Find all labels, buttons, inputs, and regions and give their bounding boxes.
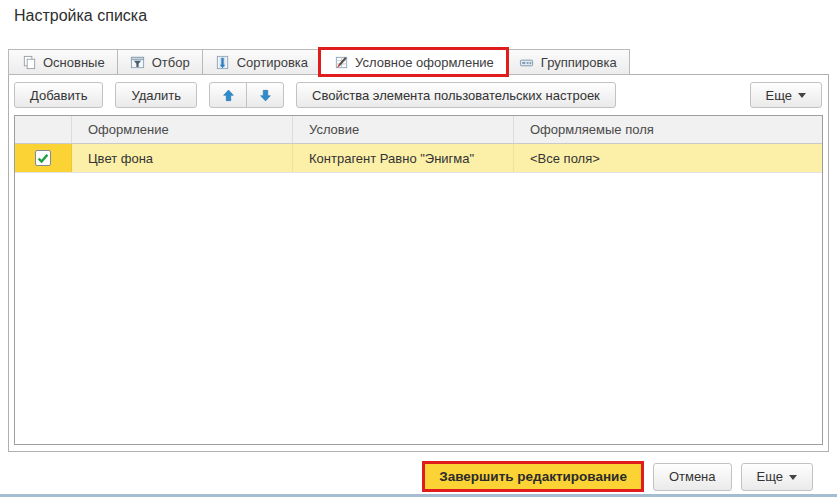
move-button-group — [209, 82, 284, 108]
move-up-button[interactable] — [209, 82, 247, 108]
document-icon — [21, 54, 37, 70]
filter-icon — [130, 54, 146, 70]
footer: Завершить редактирование Отмена Еще — [422, 461, 813, 492]
tab-grouping[interactable]: Группировка — [506, 49, 630, 75]
footer-more-button[interactable]: Еще — [741, 463, 813, 491]
tab-filter[interactable]: Отбор — [117, 49, 203, 75]
header-formatting: Оформление — [72, 116, 293, 143]
cancel-button[interactable]: Отмена — [653, 463, 732, 491]
add-button[interactable]: Добавить — [14, 82, 103, 108]
toolbar-more-button[interactable]: Еще — [750, 82, 822, 108]
delete-button[interactable]: Удалить — [115, 82, 197, 108]
finish-editing-button[interactable]: Завершить редактирование — [422, 461, 644, 492]
toolbar: Добавить Удалить Свойств — [14, 82, 822, 108]
cell-formatting: Цвет фона — [72, 144, 293, 172]
tab-conditional-formatting[interactable]: Условное оформление — [320, 49, 507, 76]
header-condition: Условие — [293, 116, 514, 143]
tab-main[interactable]: Основные — [8, 49, 118, 75]
grouping-icon — [519, 54, 535, 70]
checkbox-column-header — [15, 116, 72, 143]
list-settings-window: Настройка списка Основные Отбор — [0, 0, 837, 499]
row-checkbox[interactable] — [35, 150, 51, 166]
chevron-down-icon — [798, 93, 806, 102]
tab-label: Группировка — [541, 55, 617, 70]
row-checkbox-cell — [15, 144, 72, 172]
table-header: Оформление Условие Оформляемые поля — [15, 116, 822, 144]
formatting-table: Оформление Условие Оформляемые поля Цвет… — [14, 115, 823, 445]
cell-condition: Контрагент Равно "Энигма" — [293, 144, 514, 172]
check-icon — [36, 151, 50, 165]
tab-label: Условное оформление — [355, 55, 494, 70]
tab-label: Основные — [43, 55, 105, 70]
properties-button[interactable]: Свойства элемента пользовательских настр… — [296, 82, 616, 108]
tab-label: Сортировка — [237, 55, 308, 70]
bottom-window-edge — [0, 494, 837, 497]
tab-sorting[interactable]: Сортировка — [202, 49, 321, 75]
chevron-down-icon — [789, 475, 797, 484]
page-title: Настройка списка — [14, 7, 147, 25]
tab-label: Отбор — [152, 55, 190, 70]
tab-bar: Основные Отбор Сортировка — [8, 48, 629, 75]
up-arrow-icon — [220, 87, 236, 103]
conditional-format-icon — [333, 55, 349, 71]
table-row[interactable]: Цвет фона Контрагент Равно "Энигма" <Все… — [15, 144, 822, 173]
cell-fields: <Все поля> — [514, 144, 822, 172]
down-arrow-icon — [257, 87, 273, 103]
header-fields: Оформляемые поля — [514, 116, 822, 143]
sort-icon — [215, 54, 231, 70]
move-down-button[interactable] — [246, 82, 284, 108]
